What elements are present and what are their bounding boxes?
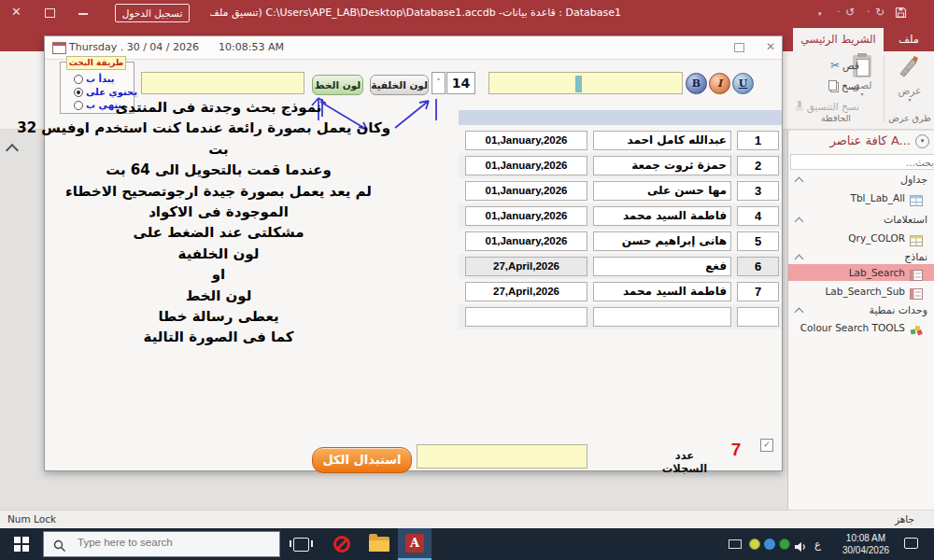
record-name[interactable]: فاطمة السيد محمد — [593, 282, 731, 301]
language-indicator[interactable]: ع — [814, 538, 821, 551]
file-explorer-button[interactable] — [362, 528, 396, 560]
display-tray-icon[interactable] — [729, 539, 742, 549]
taskbar-clock[interactable]: 10:08 AM 30/04/2026 — [834, 532, 898, 556]
copy-button[interactable]: نسخ — [790, 78, 859, 93]
record-name[interactable]: هانى إبراهيم حسن — [593, 231, 731, 251]
form-restore-button[interactable] — [734, 43, 744, 52]
record-name[interactable]: فاطمة السيد محمد — [593, 206, 731, 226]
table-row: 01,January,2026 هانى إبراهيم حسن 5 — [459, 229, 782, 254]
minimize-window-button[interactable] — [78, 13, 88, 15]
undo-icon[interactable]: ↺ — [845, 6, 855, 19]
italic-button[interactable]: I — [709, 73, 730, 94]
nav-search-input[interactable] — [790, 154, 934, 170]
nav-item-lab-search-sub[interactable]: Lab_Search_Sub — [825, 286, 905, 297]
radio-circle[interactable] — [74, 75, 83, 84]
tab-file[interactable]: ملف — [884, 28, 934, 51]
record-number[interactable] — [737, 307, 779, 327]
download-manager-tray-icon[interactable] — [779, 539, 790, 550]
nav-item-tbl-lab-all[interactable]: Tbl_Lab_All — [851, 192, 905, 203]
blocked-app-button[interactable] — [325, 528, 359, 560]
record-date[interactable]: 01,January,2026 — [465, 131, 587, 150]
nav-item-qry-color[interactable]: Qry_COLOR — [848, 232, 905, 244]
record-number[interactable]: 2 — [737, 156, 779, 175]
speaker-icon[interactable] — [794, 539, 807, 556]
record-date[interactable]: 01,January,2026 — [465, 206, 587, 226]
action-center-icon[interactable] — [904, 538, 918, 549]
record-number[interactable]: 7 — [737, 282, 779, 301]
taskbar-search-input[interactable] — [76, 536, 266, 549]
prohibition-icon — [333, 536, 350, 553]
record-date[interactable]: 27,April,2026 — [465, 282, 587, 301]
start-button[interactable] — [0, 528, 43, 560]
radio-starts-with[interactable]: يبدأ ب — [74, 73, 115, 85]
form-window-title: Thursday . 30 / 04 / 2026 10:08:53 AM — [69, 41, 284, 53]
save-icon[interactable] — [895, 7, 907, 21]
antivirus-tray-icon[interactable] — [749, 539, 760, 550]
redo-dropdown-icon[interactable]: ˅ — [867, 10, 870, 18]
taskbar-search-box[interactable] — [43, 531, 280, 557]
maximize-window-button[interactable] — [45, 8, 55, 18]
format-painter-button[interactable]: نسخ التنسيق — [790, 99, 859, 114]
search-method-header: طريقة البحث — [66, 56, 126, 70]
collapse-group-icon[interactable] — [795, 217, 804, 227]
record-number[interactable]: 1 — [737, 131, 779, 150]
bold-button[interactable]: B — [686, 73, 707, 94]
record-date[interactable]: 01,January,2026 — [465, 156, 587, 175]
nav-item-colour-search-tools[interactable]: Colour Search TOOLS — [800, 322, 905, 333]
background-color-button[interactable]: لون الخلفية — [370, 75, 429, 95]
form-titlebar[interactable]: Thursday . 30 / 04 / 2026 10:08:53 AM ✕ — [45, 36, 782, 60]
replace-with-input[interactable] — [417, 444, 587, 469]
radio-circle-selected[interactable] — [74, 88, 83, 97]
record-name[interactable]: حمزة ثروت جمعة — [593, 156, 731, 175]
format-painter-label: نسخ التنسيق — [807, 101, 859, 112]
record-name[interactable]: مها حسن على — [593, 181, 731, 201]
nav-pane-title[interactable]: كافة عناصر A... — [829, 133, 911, 147]
record-name[interactable] — [593, 307, 731, 327]
record-number[interactable]: 6 — [737, 257, 779, 276]
record-number[interactable]: 4 — [737, 206, 779, 226]
tab-home[interactable]: الشريط الرئيسي — [793, 28, 884, 51]
record-date[interactable] — [465, 307, 587, 327]
access-taskbar-button[interactable]: A — [398, 528, 432, 560]
underline-button[interactable]: U — [732, 73, 754, 94]
redo-icon[interactable]: ↻ — [875, 6, 884, 19]
font-size-value[interactable]: 14 — [446, 72, 475, 94]
replace-text-input[interactable] — [488, 72, 683, 94]
record-name[interactable]: فغع — [593, 257, 731, 276]
record-date[interactable]: 27,April,2026 — [465, 257, 587, 276]
nav-group-forms[interactable]: نماذج — [904, 251, 927, 263]
window-title: Database1 : قاعدة بيانات- C:\Users\APE_L… — [210, 7, 621, 19]
record-number[interactable]: 5 — [737, 231, 779, 251]
collapse-group-icon[interactable] — [795, 177, 804, 187]
collapse-group-icon[interactable] — [795, 308, 804, 317]
view-label: عرض — [899, 85, 922, 96]
nav-pane-menu-icon[interactable]: ▾ — [915, 134, 929, 148]
note-line: او — [47, 264, 390, 285]
nav-group-queries[interactable]: استعلامات — [884, 214, 927, 226]
sign-in-button[interactable]: تسجيل الدخول — [115, 4, 190, 22]
nav-group-tables[interactable]: جداول — [900, 174, 927, 186]
font-color-button[interactable]: لون الخط — [312, 75, 363, 95]
nav-item-lab-search[interactable]: Lab_Search — [849, 267, 905, 278]
close-window-button[interactable]: ✕ — [11, 5, 21, 20]
note-line: لم يعد يعمل بصورة جيدة ارجوتصحيح الاخطاء — [47, 181, 390, 202]
clock-date: 30/04/2026 — [834, 544, 898, 556]
search-text-input[interactable] — [141, 72, 304, 94]
cut-button[interactable]: ✂ قص — [790, 58, 859, 73]
record-number[interactable]: 3 — [737, 181, 779, 201]
task-view-button[interactable] — [284, 528, 318, 560]
table-row: 01,January,2026 فاطمة السيد محمد 4 — [459, 203, 782, 229]
view-button[interactable]: عرض ▾ — [889, 55, 930, 102]
nav-group-modules[interactable]: وحدات نمطية — [870, 304, 927, 316]
option-checkbox[interactable]: ✓ — [760, 439, 773, 452]
update-tray-icon[interactable] — [764, 539, 775, 550]
replace-all-button[interactable]: استبدال الكل — [312, 447, 412, 473]
record-date[interactable]: 01,January,2026 — [465, 181, 587, 201]
collapse-group-icon[interactable] — [795, 255, 804, 264]
customize-qat-icon[interactable]: ▾ — [818, 10, 822, 18]
record-date[interactable]: 01,January,2026 — [465, 231, 587, 251]
form-close-button[interactable]: ✕ — [766, 40, 775, 53]
font-size-dropdown-chevron[interactable]: ˅ — [432, 72, 446, 94]
record-name[interactable]: عبدالله كامل احمد — [593, 131, 731, 150]
undo-dropdown-icon[interactable]: ˅ — [837, 10, 841, 18]
